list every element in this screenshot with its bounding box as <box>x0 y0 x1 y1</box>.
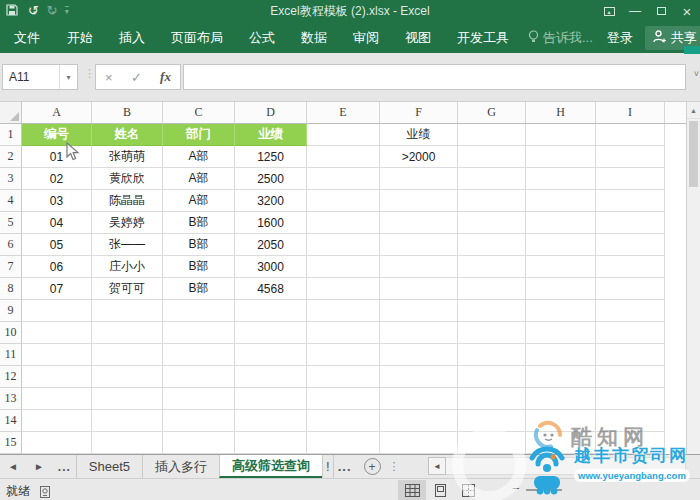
cell-E11[interactable] <box>307 344 380 366</box>
cell-G11[interactable] <box>458 344 526 366</box>
cell-F2[interactable]: >2000 <box>380 146 458 168</box>
cell-I2[interactable] <box>596 146 665 168</box>
cell-F12[interactable] <box>380 366 458 388</box>
cell-B10[interactable] <box>92 322 163 344</box>
cell-D15[interactable] <box>235 432 307 454</box>
name-box[interactable]: A11 ▾ <box>2 64 78 90</box>
cell-I11[interactable] <box>596 344 665 366</box>
cell-F3[interactable] <box>380 168 458 190</box>
cell-F8[interactable] <box>380 278 458 300</box>
cell-F6[interactable] <box>380 234 458 256</box>
undo-button[interactable]: ↺▾ <box>28 4 36 18</box>
cell-B14[interactable] <box>92 410 163 432</box>
cell-B3[interactable]: 黄欣欣 <box>92 168 163 190</box>
column-header-I[interactable]: I <box>596 102 665 123</box>
cell-I9[interactable] <box>596 300 665 322</box>
normal-view-icon[interactable] <box>398 480 426 500</box>
cell-D14[interactable] <box>235 410 307 432</box>
cell-B5[interactable]: 吴婷婷 <box>92 212 163 234</box>
name-box-dropdown-icon[interactable]: ▾ <box>59 65 77 89</box>
cell-D11[interactable] <box>235 344 307 366</box>
customize-qat-icon[interactable]: ▾ <box>65 6 69 16</box>
cell-D2[interactable]: 1250 <box>235 146 307 168</box>
cell-C11[interactable] <box>163 344 235 366</box>
cell-A14[interactable] <box>22 410 92 432</box>
select-all-corner[interactable] <box>0 102 22 123</box>
macro-record-icon[interactable] <box>40 484 53 500</box>
cell-E6[interactable] <box>307 234 380 256</box>
tab-review[interactable]: 审阅 <box>340 24 392 52</box>
cell-A6[interactable]: 05 <box>22 234 92 256</box>
add-sheet-icon[interactable]: + <box>364 458 381 475</box>
cell-A4[interactable]: 03 <box>22 190 92 212</box>
cell-E5[interactable] <box>307 212 380 234</box>
sign-in-button[interactable]: 登录 <box>607 29 633 47</box>
zoom-slider[interactable] <box>526 489 562 491</box>
row-header-2[interactable]: 2 <box>0 146 22 168</box>
cell-F5[interactable] <box>380 212 458 234</box>
cell-I5[interactable] <box>596 212 665 234</box>
cell-A7[interactable]: 06 <box>22 256 92 278</box>
cancel-icon[interactable]: × <box>105 70 113 85</box>
cell-D4[interactable]: 3200 <box>235 190 307 212</box>
cell-C9[interactable] <box>163 300 235 322</box>
tab-home[interactable]: 开始 <box>54 24 106 52</box>
cell-H1[interactable] <box>526 124 596 146</box>
sheet-prev-icon[interactable]: ◄ <box>0 455 26 478</box>
column-header-A[interactable]: A <box>22 102 92 123</box>
zoom-out-icon[interactable]: − <box>512 481 520 496</box>
sheet-tab-sheet5[interactable]: Sheet5 <box>76 455 143 478</box>
cell-I4[interactable] <box>596 190 665 212</box>
cell-B12[interactable] <box>92 366 163 388</box>
cell-B13[interactable] <box>92 388 163 410</box>
cell-A3[interactable]: 02 <box>22 168 92 190</box>
cell-G10[interactable] <box>458 322 526 344</box>
cell-I7[interactable] <box>596 256 665 278</box>
cell-D1[interactable]: 业绩 <box>235 124 307 146</box>
cell-B2[interactable]: 张萌萌 <box>92 146 163 168</box>
row-header-7[interactable]: 7 <box>0 256 22 278</box>
cell-B4[interactable]: 陈晶晶 <box>92 190 163 212</box>
cell-E12[interactable] <box>307 366 380 388</box>
cell-H8[interactable] <box>526 278 596 300</box>
cell-G7[interactable] <box>458 256 526 278</box>
cell-A1[interactable]: 编号 <box>22 124 92 146</box>
save-icon[interactable] <box>6 4 18 19</box>
ribbon-display-options-icon[interactable]: ▴ <box>596 0 622 22</box>
cell-A13[interactable] <box>22 388 92 410</box>
cell-F14[interactable] <box>380 410 458 432</box>
cell-E14[interactable] <box>307 410 380 432</box>
insert-function-icon[interactable]: fx <box>160 69 171 85</box>
column-header-D[interactable]: D <box>235 102 307 123</box>
tab-view[interactable]: 视图 <box>392 24 444 52</box>
cell-G5[interactable] <box>458 212 526 234</box>
column-header-C[interactable]: C <box>163 102 235 123</box>
cell-B6[interactable]: 张—— <box>92 234 163 256</box>
page-break-view-icon[interactable] <box>454 480 482 500</box>
minimize-button[interactable]: — <box>622 0 648 22</box>
cell-A9[interactable] <box>22 300 92 322</box>
cell-H14[interactable] <box>526 410 596 432</box>
page-layout-view-icon[interactable] <box>426 480 454 500</box>
cell-H6[interactable] <box>526 234 596 256</box>
cell-G15[interactable] <box>458 432 526 454</box>
row-header-3[interactable]: 3 <box>0 168 22 190</box>
cell-C7[interactable]: B部 <box>163 256 235 278</box>
cell-I10[interactable] <box>596 322 665 344</box>
cell-G2[interactable] <box>458 146 526 168</box>
cell-G12[interactable] <box>458 366 526 388</box>
row-header-9[interactable]: 9 <box>0 300 22 322</box>
cell-F15[interactable] <box>380 432 458 454</box>
row-header-10[interactable]: 10 <box>0 322 22 344</box>
cell-C14[interactable] <box>163 410 235 432</box>
cell-B9[interactable] <box>92 300 163 322</box>
tab-formulas[interactable]: 公式 <box>236 24 288 52</box>
cell-G9[interactable] <box>458 300 526 322</box>
cell-G3[interactable] <box>458 168 526 190</box>
vertical-scroll-thumb[interactable] <box>689 121 698 187</box>
undo-dropdown-icon[interactable]: ▾ <box>33 9 37 16</box>
cell-F13[interactable] <box>380 388 458 410</box>
row-header-8[interactable]: 8 <box>0 278 22 300</box>
sheet-list-more[interactable]: ... <box>52 455 77 478</box>
row-header-6[interactable]: 6 <box>0 234 22 256</box>
